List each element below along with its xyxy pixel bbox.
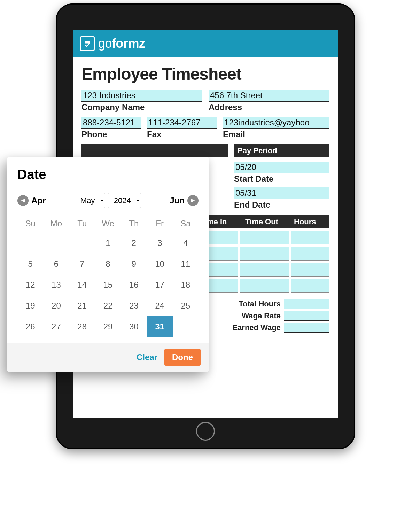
calendar-grid: SuMoTuWeThFrSa12345678910111213141516171…	[17, 215, 199, 337]
calendar-empty	[69, 233, 95, 254]
logo-text: goformz	[98, 36, 145, 51]
prev-month-label: Apr	[31, 196, 46, 205]
calendar-day[interactable]: 1	[95, 233, 121, 254]
calendar-day[interactable]: 12	[17, 274, 43, 295]
arrow-left-icon: ◄	[20, 197, 26, 204]
calendar-day[interactable]: 16	[121, 274, 147, 295]
datepicker-footer: Clear Done	[7, 343, 209, 372]
calendar-day[interactable]: 3	[147, 233, 172, 254]
start-date-value[interactable]: 05/20	[234, 162, 329, 173]
total-hours-value[interactable]	[284, 299, 329, 309]
table-cell[interactable]	[240, 279, 289, 293]
address-label: Address	[209, 102, 329, 112]
datepicker-nav: ◄ Apr May 2024 Jun ►	[17, 193, 199, 208]
weekday-header: Tu	[69, 215, 95, 233]
logo-text-light: go	[98, 36, 112, 50]
address-value[interactable]: 456 7th Street	[209, 90, 329, 102]
document-title: Employee Timesheet	[81, 64, 329, 84]
start-date-label: Start Date	[234, 174, 329, 184]
calendar-day[interactable]: 19	[17, 295, 43, 316]
table-cell[interactable]	[291, 231, 329, 244]
company-label: Company Name	[81, 102, 202, 112]
col-timein: me In	[204, 215, 242, 228]
app-header: goformz	[73, 30, 338, 57]
email-label: Email	[223, 130, 329, 139]
calendar-empty	[43, 233, 69, 254]
col-hours: Hours	[291, 215, 329, 228]
calendar-day[interactable]: 11	[173, 254, 199, 274]
calendar-day[interactable]: 26	[17, 316, 43, 337]
email-field[interactable]: 123industries@yayhoo Email	[223, 117, 329, 139]
weekday-header: Su	[17, 215, 43, 233]
calendar-day[interactable]: 24	[147, 295, 172, 316]
phone-value[interactable]: 888-234-5121	[81, 117, 141, 129]
calendar-day[interactable]: 22	[95, 295, 121, 316]
end-date-label: End Date	[234, 200, 329, 210]
weekday-header: We	[95, 215, 121, 233]
fax-value[interactable]: 111-234-2767	[147, 117, 217, 129]
wage-rate-value[interactable]	[284, 311, 329, 321]
home-button[interactable]	[196, 422, 215, 441]
phone-field[interactable]: 888-234-5121 Phone	[81, 117, 141, 139]
calendar-day[interactable]: 10	[147, 254, 172, 274]
calendar-day[interactable]: 30	[121, 316, 147, 337]
logo-icon	[80, 36, 95, 51]
end-date-value[interactable]: 05/31	[234, 187, 329, 199]
table-cell[interactable]	[291, 263, 329, 277]
calendar-day[interactable]: 15	[95, 274, 121, 295]
calendar-day[interactable]: 18	[173, 274, 199, 295]
earned-wage-value[interactable]	[284, 323, 329, 333]
table-cell[interactable]	[291, 247, 329, 261]
weekday-header: Mo	[43, 215, 69, 233]
weekday-header: Fr	[147, 215, 172, 233]
company-field[interactable]: 123 Industries Company Name	[81, 90, 202, 112]
calendar-day[interactable]: 13	[43, 274, 69, 295]
pay-period-header: Pay Period	[234, 144, 329, 157]
datepicker-popup: Date ◄ Apr May 2024 Jun ► SuMoTuWeThFrSa…	[7, 157, 209, 372]
calendar-day[interactable]: 14	[69, 274, 95, 295]
company-value[interactable]: 123 Industries	[81, 90, 202, 102]
arrow-right-icon: ►	[190, 197, 196, 204]
calendar-day[interactable]: 9	[121, 254, 147, 274]
email-value[interactable]: 123industries@yayhoo	[223, 117, 329, 129]
wage-rate-label: Wage Rate	[242, 311, 281, 320]
table-cell[interactable]	[240, 247, 289, 261]
fax-label: Fax	[147, 130, 217, 139]
start-date-field[interactable]: 05/20 Start Date	[234, 162, 329, 184]
calendar-day[interactable]: 31	[147, 316, 172, 337]
table-cell[interactable]	[240, 263, 289, 277]
done-button[interactable]: Done	[164, 349, 201, 366]
fax-field[interactable]: 111-234-2767 Fax	[147, 117, 217, 139]
clear-button[interactable]: Clear	[137, 349, 157, 366]
calendar-day[interactable]: 27	[43, 316, 69, 337]
year-select[interactable]: 2024	[108, 193, 141, 208]
weekday-header: Sa	[173, 215, 199, 233]
end-date-field[interactable]: 05/31 End Date	[234, 187, 329, 210]
table-cell[interactable]	[291, 279, 329, 293]
calendar-day[interactable]: 28	[69, 316, 95, 337]
address-field[interactable]: 456 7th Street Address	[209, 90, 329, 112]
calendar-day[interactable]: 5	[17, 254, 43, 274]
calendar-day[interactable]: 2	[121, 233, 147, 254]
calendar-day[interactable]: 8	[95, 254, 121, 274]
next-month-label: Jun	[170, 196, 185, 205]
calendar-day[interactable]: 7	[69, 254, 95, 274]
logo-text-bold: formz	[112, 36, 145, 50]
table-cell[interactable]	[240, 231, 289, 244]
calendar-day[interactable]: 23	[121, 295, 147, 316]
earned-wage-label: Earned Wage	[232, 323, 281, 332]
prev-month-button[interactable]: ◄	[17, 195, 29, 206]
calendar-day[interactable]: 4	[173, 233, 199, 254]
next-month-button[interactable]: ►	[187, 195, 199, 206]
calendar-day[interactable]: 20	[43, 295, 69, 316]
datepicker-title: Date	[17, 167, 199, 182]
calendar-day[interactable]: 21	[69, 295, 95, 316]
phone-label: Phone	[81, 130, 141, 139]
calendar-day[interactable]: 29	[95, 316, 121, 337]
calendar-empty	[17, 233, 43, 254]
calendar-day[interactable]: 17	[147, 274, 172, 295]
calendar-day[interactable]: 6	[43, 254, 69, 274]
left-section-bar	[81, 144, 228, 157]
calendar-day[interactable]: 25	[173, 295, 199, 316]
month-select[interactable]: May	[75, 193, 105, 208]
